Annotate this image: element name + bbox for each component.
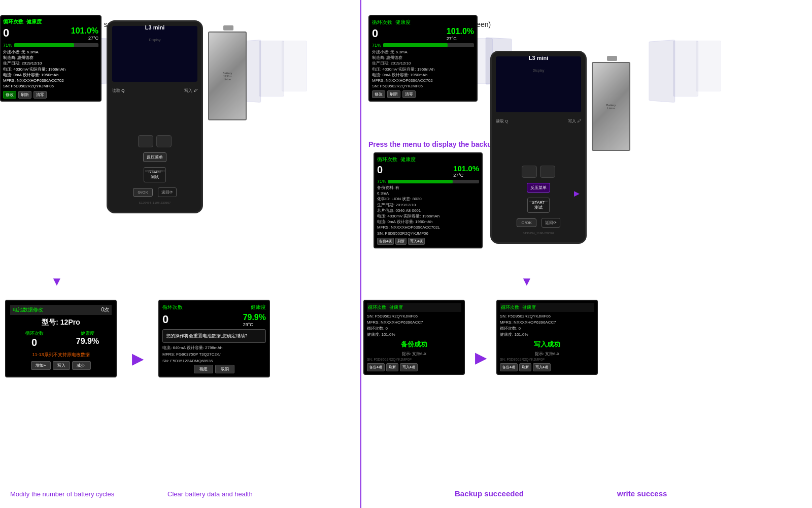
rt-cycles-label: 循环次数 <box>372 19 392 26</box>
r-screen-placeholder: Display <box>496 67 581 74</box>
rt-btn1[interactable]: 修改 <box>372 90 385 98</box>
backup-success-screen: 循环次数 健康度 SN: F5D9502R2QYKJMF06 MFRS: NXX… <box>363 300 465 375</box>
cb-detail2: MFRS: FG903750P T3Q27C2K/ <box>162 352 266 357</box>
cb-buttons: 确定 取消 <box>162 365 266 373</box>
right-panel: (Close the seat to display the screen) 循… <box>363 0 812 508</box>
menu-btn2[interactable]: 刷新 <box>395 238 407 245</box>
screen-buttons: 修改 刷新 清零 <box>3 91 98 99</box>
temp-value: 27°C <box>71 36 98 41</box>
cycles-label: 循环次数 <box>3 18 23 25</box>
menu-pct: 71% <box>377 179 386 184</box>
bm-count: 0次 <box>101 306 109 313</box>
bm-title: 电池数据修改 <box>13 306 43 313</box>
health-label: 健康度 <box>26 18 42 25</box>
screen-panel-right-top: 循环次数 健康度 0 101.0% 27°C 71% 外接小板: 无 6.3mA… <box>368 15 478 102</box>
bs-btn1[interactable]: 备份4项 <box>367 363 385 371</box>
l3-device-left: Display 读取 Q 写入 🖊 反压菜单 <box>91 0 254 229</box>
bs-success-text: 备份成功 <box>367 340 461 349</box>
rt-cycles-val: 0 <box>372 27 378 40</box>
arrow-between: ▶ <box>132 340 143 377</box>
r-ok-btn[interactable]: ⊙/OK <box>517 218 536 227</box>
ws-note: 提示: 支持6-X <box>500 351 594 357</box>
cb-health-label: 健康度 <box>251 304 266 311</box>
device-screen-label: Display <box>149 38 161 42</box>
health-value: 101.0% <box>71 26 98 36</box>
cb-temp: 29°C <box>243 322 266 327</box>
control-btn-1[interactable] <box>138 135 153 147</box>
menu-cycles-label: 循环次数 <box>377 156 397 163</box>
bm-cycles-label: 循环次数 <box>10 330 58 337</box>
menu-health-val: 101.0% <box>453 164 479 173</box>
control-btn-2[interactable] <box>156 135 172 147</box>
ws-btn1[interactable]: 备份4项 <box>500 363 518 371</box>
ws-btn3[interactable]: 写入4项 <box>533 363 551 371</box>
refresh-btn[interactable]: 刷新 <box>18 91 31 99</box>
rt-buttons: 修改 刷新 清零 <box>372 90 474 98</box>
r-serial-label: S130454_1198-239567 <box>523 232 555 235</box>
clear-battery-screen: 循环次数 健康度 0 79.9% 29°C 您的操作将会重置电池数据,您确定继续… <box>158 300 270 377</box>
ws-cycles-label: 循环次数 <box>501 304 519 311</box>
cb-dialog: 您的操作将会重置电池数据,您确定继续? <box>162 329 266 343</box>
cycles-value: 0 <box>3 26 9 40</box>
left-panel: (Close the seat to display the screen) 循… <box>0 0 360 508</box>
menu-health-label: 健康度 <box>400 156 416 163</box>
center-divider <box>360 0 361 508</box>
bs-health-label: 健康度 <box>389 304 403 311</box>
rt-btn3[interactable]: 清零 <box>402 90 416 98</box>
arrow-down-left: ▼ <box>51 274 63 289</box>
caption-write: write success <box>617 489 667 498</box>
caption-backup: Backup succeeded <box>455 489 524 498</box>
cb-cycles-val: 0 <box>162 313 168 326</box>
modify-btn[interactable]: 修改 <box>3 91 16 99</box>
ws-sn2: SN: F5D9502R2QYKJMF0F <box>500 358 594 361</box>
right-bottom-section: 循环次数 健康度 SN: F5D9502R2QYKJMF06 MFRS: NXX… <box>363 300 810 375</box>
cb-detail3: SN: F5D15122ADMQ68936 <box>162 358 266 364</box>
menu-btn3[interactable]: 写入4项 <box>408 238 425 245</box>
serial-label: S130454_1198-239567 <box>139 201 171 204</box>
bm-model: 型号: 12Pro <box>10 318 112 327</box>
bm-cycles-value: 0 <box>10 337 58 348</box>
bm-buttons: 增加+ 写入 减少- <box>10 361 112 370</box>
menu-detail: 备份资料: 有 6.3mA 化学ID: LION 状态: 8020 生产日期: … <box>377 185 479 236</box>
bs-note: 提示: 支持6-X <box>367 351 461 357</box>
arrow-to-write: ▶ <box>475 340 486 375</box>
cb-ok-btn[interactable]: 确定 <box>194 365 213 373</box>
cb-detail1: 电流: 640mA 设计容量: 2798mAh <box>162 345 266 351</box>
bs-btn3[interactable]: 写入4项 <box>400 363 418 371</box>
ok-btn[interactable]: ⊙/OK <box>133 188 153 197</box>
rt-btn2[interactable]: 刷新 <box>387 90 400 98</box>
back-btn[interactable]: 返回⟳ <box>158 187 177 197</box>
arrow-down-right: ▼ <box>521 274 533 289</box>
menu-btn1[interactable]: 备份4项 <box>377 238 394 245</box>
ws-success-text: 写入成功 <box>500 340 594 349</box>
ws-btn2[interactable]: 刷新 <box>519 363 531 371</box>
bm-add-btn[interactable]: 增加+ <box>31 361 51 370</box>
r-control-btn-2[interactable] <box>540 166 555 178</box>
bs-buttons: 备份4项 刷新 写入4项 <box>367 363 461 371</box>
rt-health-val: 101.0% <box>447 27 474 36</box>
clear-btn[interactable]: 清零 <box>33 91 47 99</box>
read-label: 读取 Q <box>112 88 124 93</box>
cb-cancel-btn[interactable]: 取消 <box>215 365 234 373</box>
bs-detail: SN: F5D9502R2QYKJMF06 MFRS: NXXXXHOP6396… <box>367 313 461 338</box>
bm-minus-btn[interactable]: 减少- <box>72 361 91 370</box>
r-l3-device: Display 读取 Q 写入 🖊 反压菜单 START测试 ⊙/OK <box>475 30 637 259</box>
device-screen: Display <box>112 26 197 82</box>
r-control-btn-1[interactable] <box>522 166 537 178</box>
ws-detail: SN: F5D9502R2QYKJMF06 MFRS: NXXXXHOP6396… <box>500 313 594 338</box>
bottom-left-section: 电池数据修改 0次 型号: 12Pro 循环次数 0 健康度 79.9% 11-… <box>5 300 350 377</box>
r-device-body: Display 读取 Q 写入 🖊 反压菜单 START测试 ⊙/OK <box>490 51 587 244</box>
r-read-label: 读取 Q <box>496 118 508 124</box>
r-menu-btn[interactable]: 反压菜单 <box>527 183 550 193</box>
pct-label: 71% <box>3 43 12 48</box>
rt-pct: 71% <box>372 43 381 48</box>
cb-health-val: 79.9% <box>243 313 266 322</box>
r-back-btn[interactable]: 返回⟳ <box>542 218 560 228</box>
cb-cycles-label: 循环次数 <box>162 304 183 311</box>
device-body: Display 读取 Q 写入 🖊 反压菜单 <box>107 20 203 213</box>
bm-write-btn[interactable]: 写入 <box>53 361 70 370</box>
bm-health-value: 79.9% <box>63 337 112 346</box>
menu-btn[interactable]: 反压菜单 <box>143 152 166 162</box>
arrow-to-menu: ◂ <box>574 188 580 201</box>
bs-btn2[interactable]: 刷新 <box>386 363 398 371</box>
